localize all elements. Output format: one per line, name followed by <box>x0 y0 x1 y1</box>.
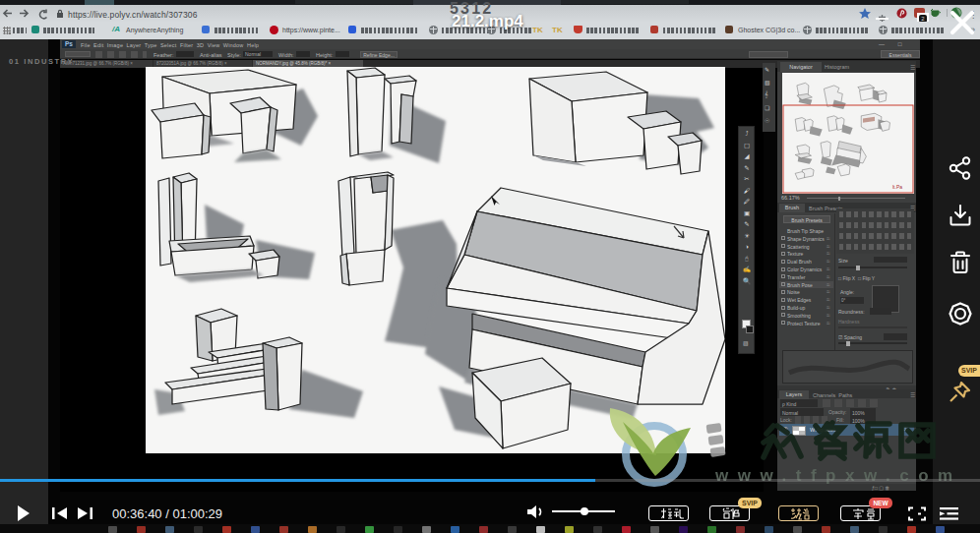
svg-text:lt.Pa: lt.Pa <box>892 184 902 190</box>
